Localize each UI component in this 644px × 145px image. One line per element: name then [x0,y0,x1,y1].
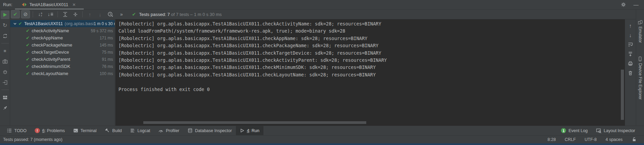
run-panel-header: Run: TestA1BasicUIX011 ✕ — [0,0,644,10]
scroll-up-button[interactable]: ↑ [626,21,634,30]
test-passed-icon: ✔ [26,64,30,69]
tree-row-test[interactable]: ✔ checkPackageName 145 ms [10,41,115,49]
stop-button[interactable]: ■ [1,47,10,55]
tree-row-test[interactable]: ✔ checkMinimumSDK 76 ms [10,63,115,70]
tree-row-test[interactable]: ✔ checkActivityParent 91 ms [10,56,115,63]
line-ending-indicator[interactable]: CRLF [565,137,576,142]
toolwindow-label: Terminal [81,128,97,133]
previous-occurrence-button[interactable]: ↑ [85,10,94,18]
tree-row-test[interactable]: ✔ checkActivityName 59 s 372 ms [10,27,115,34]
toolwindow-label: 4: Run [247,128,259,133]
show-ignored-button[interactable]: ⊘ [21,10,30,18]
test-duration: 75 ms [102,50,115,55]
tree-row-test[interactable]: ✔ checkTargetDevice 75 ms [10,49,115,56]
run-config-icon [22,2,27,7]
expand-all-icon [63,12,68,17]
tool-stripe-emulator[interactable]: Emulator [638,20,643,43]
console-line: Called loadFromPath(/system/framework/fr… [118,28,625,35]
collapse-all-icon [73,12,78,17]
sort-alphabetically-button[interactable]: ↓ az [36,10,45,18]
emulator-icon [638,20,643,25]
up-arrow-icon: ↑ [629,23,632,29]
test-passed-icon: ✔ [26,42,30,48]
test-duration: 100 ms [100,71,115,76]
close-icon[interactable]: ✕ [71,2,76,7]
console-line: [Robolectric] org.aplas.basicappx.TestA1… [118,50,625,57]
attach-debugger-button[interactable] [1,68,10,76]
scroll-down-button[interactable]: ↓ [626,31,634,39]
toolwindow-label: Database Inspector [195,128,232,133]
test-duration: 91 ms [102,57,115,62]
toolwindow-build[interactable]: Build [101,126,126,135]
rerun-tests-button[interactable] [1,11,10,19]
console-line: [Robolectric] org.aplas.basicappx.TestA1… [118,71,625,78]
import-test-results-button[interactable] [1,78,10,87]
show-passed-button[interactable]: ✔ [11,10,20,18]
rerun-failed-tests-button[interactable]: ↻ [1,21,10,30]
test-toolbar: ✔ ⊘ ↓ az ↓ [10,10,636,19]
clear-all-button[interactable] [626,69,634,77]
hide-panel-icon[interactable]: — [633,2,639,7]
play-icon [2,12,7,17]
window-bottom-edge [0,143,644,145]
test-passed-icon: ✔ [26,71,30,76]
scroll-to-end-button[interactable] [626,50,634,58]
test-class-name: TestA1BasicUIX011 [24,21,63,26]
screen-capture-button[interactable] [1,57,10,66]
divider [82,11,83,17]
tree-row-root[interactable]: ✔ TestA1BasicUIX011 (org.aplas.basi 1 m … [10,20,115,27]
indent-indicator[interactable]: 4 spaces [606,137,623,142]
console-line: [Robolectric] org.aplas.basicappx.TestA1… [118,20,625,28]
toolwindow-todo[interactable]: TODO [3,126,31,135]
cursor-position[interactable]: 8:28 [548,137,556,142]
todo-list-icon [7,128,12,133]
horizontal-scrollbar[interactable] [143,121,366,124]
collapse-all-button[interactable] [71,10,80,18]
test-history-button[interactable] [106,10,115,18]
restore-layout-button[interactable] [1,93,10,102]
sort-by-duration-button[interactable]: ↓ [46,10,55,18]
lock-icon[interactable] [631,137,637,142]
toolwindow-logcat[interactable]: Logcat [126,126,155,135]
toolwindow-event-log[interactable]: 1 Event Log [557,126,592,135]
tree-row-test[interactable]: ✔ checkLayoutName 100 ms [10,70,115,77]
sort-alpha-icon: ↓ az [38,12,42,17]
soft-wrap-button[interactable] [626,40,634,49]
encoding-indicator[interactable]: UTF-8 [585,137,597,142]
divider [1,90,9,90]
console-line: Process finished with exit code 0 [118,86,625,93]
tree-row-test[interactable]: ✔ checkAppName 171 ms [10,34,115,41]
toolwindow-problems[interactable]: ! 6: Problems [31,126,69,135]
gear-icon[interactable] [621,2,626,7]
soft-wrap-icon [628,42,633,47]
tool-stripe-device-file-explorer[interactable]: Device File Explorer [638,56,643,99]
toolwindow-terminal[interactable]: Terminal [69,126,101,135]
down-arrow-icon: ↓ [99,12,101,17]
test-package: (org.aplas.basi [65,21,94,26]
more-actions-icon[interactable]: » [120,12,123,17]
tests-passed-detail: of 7 tests – 1 m 0 s 30 ms [170,12,222,17]
tool-window-bar: TODO ! 6: Problems Terminal Build [0,126,644,135]
next-occurrence-button[interactable]: ↓ [96,10,104,18]
test-duration: 59 s 372 ms [91,29,115,33]
toolwindow-run[interactable]: 4: Run [236,126,263,135]
pin-tab-button[interactable] [1,104,10,112]
profiler-gauge-icon [158,128,163,133]
toolwindow-layout-inspector[interactable]: Layout Inspector [592,126,639,135]
print-button[interactable] [626,59,634,68]
toolwindow-profiler[interactable]: Profiler [154,126,183,135]
test-name: checkAppName [32,35,63,40]
toolwindow-label: TODO [14,128,27,133]
trash-icon [628,70,633,76]
scroll-to-end-icon [628,51,633,57]
test-name: checkActivityName [32,28,69,33]
vertical-scrollbar[interactable] [621,70,624,120]
chevron-down-icon[interactable] [13,22,17,26]
toolwindow-database-inspector[interactable]: Database Inspector [183,126,236,135]
tool-stripe-label: Device File Explorer [638,63,643,99]
run-left-toolbar: ↻ ■ [0,10,10,126]
logcat-icon [130,128,135,133]
run-tab-testa1basicuix011[interactable]: TestA1BasicUIX011 ✕ [20,0,80,10]
expand-all-button[interactable] [61,10,69,18]
toggle-auto-test-button[interactable] [1,32,10,40]
